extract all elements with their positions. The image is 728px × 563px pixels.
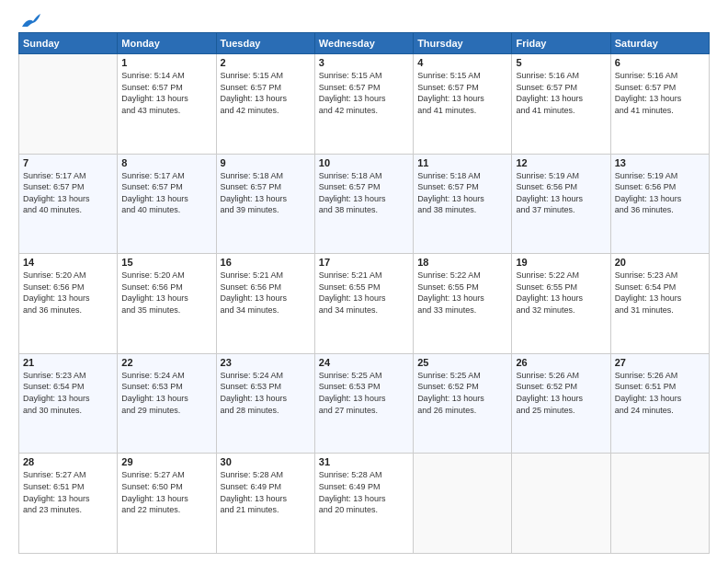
day-number: 1 (121, 57, 211, 68)
day-info: Sunrise: 5:20 AM Sunset: 6:56 PM Dayligh… (23, 270, 113, 316)
day-info: Sunrise: 5:24 AM Sunset: 6:53 PM Dayligh… (121, 370, 211, 416)
day-number: 31 (319, 456, 409, 467)
day-info: Sunrise: 5:28 AM Sunset: 6:49 PM Dayligh… (319, 469, 409, 515)
week-row-4: 21Sunrise: 5:23 AM Sunset: 6:54 PM Dayli… (19, 353, 710, 454)
day-info: Sunrise: 5:19 AM Sunset: 6:56 PM Dayligh… (516, 170, 606, 216)
day-number: 25 (417, 357, 507, 368)
day-info: Sunrise: 5:17 AM Sunset: 6:57 PM Dayligh… (23, 170, 113, 216)
day-info: Sunrise: 5:16 AM Sunset: 6:57 PM Dayligh… (615, 70, 705, 116)
calendar-cell: 23Sunrise: 5:24 AM Sunset: 6:53 PM Dayli… (216, 353, 314, 454)
calendar-cell: 20Sunrise: 5:23 AM Sunset: 6:54 PM Dayli… (610, 254, 709, 354)
calendar-cell: 6Sunrise: 5:16 AM Sunset: 6:57 PM Daylig… (610, 54, 709, 155)
calendar-cell: 9Sunrise: 5:18 AM Sunset: 6:57 PM Daylig… (216, 154, 314, 254)
calendar-cell: 30Sunrise: 5:28 AM Sunset: 6:49 PM Dayli… (216, 454, 314, 554)
calendar-cell (19, 54, 118, 155)
calendar-cell: 18Sunrise: 5:22 AM Sunset: 6:55 PM Dayli… (414, 254, 512, 354)
week-row-3: 14Sunrise: 5:20 AM Sunset: 6:56 PM Dayli… (19, 254, 710, 354)
day-info: Sunrise: 5:26 AM Sunset: 6:52 PM Dayligh… (516, 370, 606, 416)
day-number: 13 (615, 157, 705, 168)
calendar-table: SundayMondayTuesdayWednesdayThursdayFrid… (18, 32, 710, 554)
calendar-cell: 21Sunrise: 5:23 AM Sunset: 6:54 PM Dayli… (19, 353, 118, 454)
day-info: Sunrise: 5:17 AM Sunset: 6:57 PM Dayligh… (121, 170, 211, 216)
calendar-cell: 1Sunrise: 5:14 AM Sunset: 6:57 PM Daylig… (118, 54, 216, 155)
day-info: Sunrise: 5:14 AM Sunset: 6:57 PM Dayligh… (121, 70, 211, 116)
day-info: Sunrise: 5:23 AM Sunset: 6:54 PM Dayligh… (23, 370, 113, 416)
day-number: 9 (221, 157, 311, 168)
calendar-cell: 29Sunrise: 5:27 AM Sunset: 6:50 PM Dayli… (118, 454, 216, 554)
calendar-cell: 17Sunrise: 5:21 AM Sunset: 6:55 PM Dayli… (314, 254, 413, 354)
calendar-cell: 28Sunrise: 5:27 AM Sunset: 6:51 PM Dayli… (19, 454, 118, 554)
day-info: Sunrise: 5:16 AM Sunset: 6:57 PM Dayligh… (516, 70, 606, 116)
day-number: 20 (615, 257, 705, 268)
calendar-cell: 12Sunrise: 5:19 AM Sunset: 6:56 PM Dayli… (512, 154, 610, 254)
calendar-cell: 24Sunrise: 5:25 AM Sunset: 6:53 PM Dayli… (314, 353, 413, 454)
weekday-header-sunday: Sunday (19, 33, 118, 54)
calendar-cell: 2Sunrise: 5:15 AM Sunset: 6:57 PM Daylig… (216, 54, 314, 155)
weekday-header-wednesday: Wednesday (314, 33, 413, 54)
day-info: Sunrise: 5:27 AM Sunset: 6:51 PM Dayligh… (23, 469, 113, 515)
week-row-2: 7Sunrise: 5:17 AM Sunset: 6:57 PM Daylig… (19, 154, 710, 254)
calendar-cell: 22Sunrise: 5:24 AM Sunset: 6:53 PM Dayli… (118, 353, 216, 454)
day-info: Sunrise: 5:18 AM Sunset: 6:57 PM Dayligh… (221, 170, 311, 216)
day-number: 28 (23, 456, 113, 467)
day-info: Sunrise: 5:25 AM Sunset: 6:53 PM Dayligh… (319, 370, 409, 416)
weekday-header-thursday: Thursday (414, 33, 512, 54)
calendar-cell: 3Sunrise: 5:15 AM Sunset: 6:57 PM Daylig… (314, 54, 413, 155)
weekday-header-friday: Friday (512, 33, 610, 54)
day-info: Sunrise: 5:15 AM Sunset: 6:57 PM Dayligh… (417, 70, 507, 116)
day-info: Sunrise: 5:19 AM Sunset: 6:56 PM Dayligh… (615, 170, 705, 216)
day-number: 21 (23, 357, 113, 368)
day-number: 19 (516, 257, 606, 268)
calendar-cell (610, 454, 709, 554)
day-number: 22 (121, 357, 211, 368)
day-number: 30 (221, 456, 311, 467)
day-info: Sunrise: 5:21 AM Sunset: 6:55 PM Dayligh… (319, 270, 409, 316)
day-info: Sunrise: 5:24 AM Sunset: 6:53 PM Dayligh… (221, 370, 311, 416)
day-number: 27 (615, 357, 705, 368)
weekday-header-tuesday: Tuesday (216, 33, 314, 54)
day-number: 2 (221, 57, 311, 68)
calendar-cell (512, 454, 610, 554)
day-number: 11 (417, 157, 507, 168)
day-number: 18 (417, 257, 507, 268)
day-number: 16 (221, 257, 311, 268)
day-number: 10 (319, 157, 409, 168)
day-number: 8 (121, 157, 211, 168)
calendar-cell: 5Sunrise: 5:16 AM Sunset: 6:57 PM Daylig… (512, 54, 610, 155)
day-info: Sunrise: 5:25 AM Sunset: 6:52 PM Dayligh… (417, 370, 507, 416)
day-number: 17 (319, 257, 409, 268)
logo-bird-icon (20, 14, 40, 30)
day-info: Sunrise: 5:27 AM Sunset: 6:50 PM Dayligh… (121, 469, 211, 515)
week-row-1: 1Sunrise: 5:14 AM Sunset: 6:57 PM Daylig… (19, 54, 710, 155)
calendar-cell: 7Sunrise: 5:17 AM Sunset: 6:57 PM Daylig… (19, 154, 118, 254)
day-info: Sunrise: 5:22 AM Sunset: 6:55 PM Dayligh… (417, 270, 507, 316)
weekday-header-row: SundayMondayTuesdayWednesdayThursdayFrid… (19, 33, 710, 54)
day-info: Sunrise: 5:21 AM Sunset: 6:56 PM Dayligh… (221, 270, 311, 316)
day-number: 15 (121, 257, 211, 268)
day-info: Sunrise: 5:15 AM Sunset: 6:57 PM Dayligh… (221, 70, 311, 116)
calendar-cell (414, 454, 512, 554)
header (18, 14, 710, 25)
logo (18, 14, 40, 25)
day-info: Sunrise: 5:15 AM Sunset: 6:57 PM Dayligh… (319, 70, 409, 116)
calendar-cell: 16Sunrise: 5:21 AM Sunset: 6:56 PM Dayli… (216, 254, 314, 354)
calendar-cell: 14Sunrise: 5:20 AM Sunset: 6:56 PM Dayli… (19, 254, 118, 354)
day-number: 26 (516, 357, 606, 368)
calendar-cell: 13Sunrise: 5:19 AM Sunset: 6:56 PM Dayli… (610, 154, 709, 254)
weekday-header-saturday: Saturday (610, 33, 709, 54)
day-number: 6 (615, 57, 705, 68)
calendar-cell: 19Sunrise: 5:22 AM Sunset: 6:55 PM Dayli… (512, 254, 610, 354)
calendar-cell: 4Sunrise: 5:15 AM Sunset: 6:57 PM Daylig… (414, 54, 512, 155)
day-number: 29 (121, 456, 211, 467)
day-info: Sunrise: 5:23 AM Sunset: 6:54 PM Dayligh… (615, 270, 705, 316)
day-info: Sunrise: 5:20 AM Sunset: 6:56 PM Dayligh… (121, 270, 211, 316)
day-number: 14 (23, 257, 113, 268)
day-number: 12 (516, 157, 606, 168)
page: SundayMondayTuesdayWednesdayThursdayFrid… (0, 0, 728, 563)
day-info: Sunrise: 5:22 AM Sunset: 6:55 PM Dayligh… (516, 270, 606, 316)
week-row-5: 28Sunrise: 5:27 AM Sunset: 6:51 PM Dayli… (19, 454, 710, 554)
day-number: 3 (319, 57, 409, 68)
day-info: Sunrise: 5:18 AM Sunset: 6:57 PM Dayligh… (417, 170, 507, 216)
calendar-cell: 31Sunrise: 5:28 AM Sunset: 6:49 PM Dayli… (314, 454, 413, 554)
calendar-cell: 8Sunrise: 5:17 AM Sunset: 6:57 PM Daylig… (118, 154, 216, 254)
